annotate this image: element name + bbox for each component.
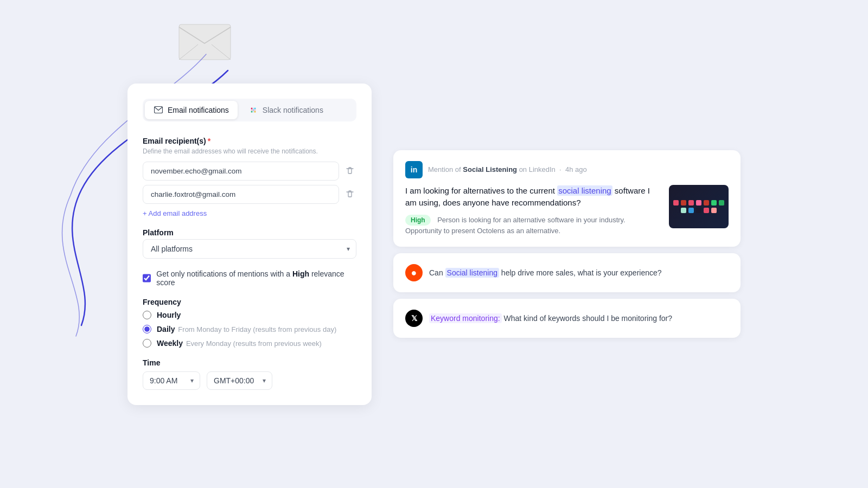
platform-label: Platform (143, 228, 356, 237)
time-row: 9:00 AM 10:00 AM 11:00 AM ▾ GMT+00:00 GM… (143, 371, 356, 390)
platform-select-wrapper: All platforms LinkedIn Reddit Twitter/X … (143, 239, 356, 259)
tab-email[interactable]: Email notifications (145, 101, 238, 119)
high-relevance-row: Get only notifications of mentions with … (143, 269, 356, 287)
feed-card-reddit: ● Can Social listening help drive more s… (393, 253, 741, 292)
svg-point-4 (251, 111, 252, 112)
main-layout: Email notifications Slack notifications (0, 0, 868, 488)
frequency-weekly-radio[interactable] (143, 339, 151, 348)
slack-tab-label: Slack notifications (263, 106, 323, 114)
feed-image-dots (669, 185, 729, 228)
add-email-button[interactable]: + Add email address (143, 209, 207, 217)
delete-email-2-button[interactable] (343, 188, 356, 201)
time-section: Time 9:00 AM 10:00 AM 11:00 AM ▾ GMT+00:… (143, 358, 356, 390)
feed-card-x: 𝕏 Keyword monitoring: What kind of keywo… (393, 299, 741, 338)
timezone-select[interactable]: GMT+00:00 GMT+01:00 GMT-05:00 (207, 371, 272, 390)
feed-card-linkedin-header: in Mention of Social Listening on Linked… (405, 161, 729, 178)
email-input-2[interactable] (143, 185, 339, 204)
email-row-2 (143, 185, 356, 204)
high-relevance-label: Get only notifications of mentions with … (156, 269, 356, 287)
svg-point-5 (254, 111, 256, 112)
linkedin-text-area: I am looking for alternatives to the cur… (405, 185, 660, 236)
notification-tabs: Email notifications Slack notifications (143, 99, 356, 121)
time-select[interactable]: 9:00 AM 10:00 AM 11:00 AM (143, 371, 200, 390)
platform-select[interactable]: All platforms LinkedIn Reddit Twitter/X (143, 239, 356, 259)
x-simple-feed: 𝕏 Keyword monitoring: What kind of keywo… (405, 310, 729, 327)
time-label: Time (143, 358, 356, 367)
delete-email-1-button[interactable] (343, 164, 356, 177)
linkedin-feed-body: I am looking for alternatives to the cur… (405, 185, 729, 236)
email-recipients-section: Email recipient(s)* Define the email add… (143, 137, 356, 228)
svg-point-2 (251, 107, 252, 109)
frequency-daily-radio[interactable] (143, 325, 151, 333)
email-row-1 (143, 162, 356, 181)
notifications-panel: Email notifications Slack notifications (127, 84, 372, 405)
frequency-label: Frequency (143, 298, 356, 306)
email-recipients-label: Email recipient(s)* (143, 137, 356, 145)
x-highlight: Keyword monitoring: (429, 313, 502, 323)
frequency-hourly-radio[interactable] (143, 311, 151, 319)
linkedin-meta: Mention of Social Listening on LinkedIn … (428, 165, 587, 174)
linkedin-summary: Person is looking for an alternative sof… (405, 216, 626, 235)
time-select-wrapper: 9:00 AM 10:00 AM 11:00 AM ▾ (143, 371, 200, 390)
social-feed-panel: in Mention of Social Listening on Linked… (393, 150, 741, 338)
feed-card-linkedin: in Mention of Social Listening on Linked… (393, 150, 741, 247)
frequency-daily-row: Daily From Monday to Friday (results fro… (143, 325, 356, 333)
frequency-hourly-row: Hourly (143, 311, 356, 319)
svg-point-3 (254, 107, 256, 109)
frequency-radio-group: Hourly Daily From Monday to Friday (resu… (143, 311, 356, 348)
email-tab-label: Email notifications (168, 106, 229, 114)
x-feed-text: Keyword monitoring: What kind of keyword… (429, 314, 672, 323)
linkedin-highlight: social listening (557, 185, 612, 196)
email-recipients-desc: Define the email addresses who will rece… (143, 147, 356, 155)
frequency-weekly-row: Weekly Every Monday (results from previo… (143, 339, 356, 348)
timezone-select-wrapper: GMT+00:00 GMT+01:00 GMT-05:00 ▾ (207, 371, 272, 390)
high-relevance-checkbox[interactable] (143, 274, 151, 282)
svg-rect-7 (253, 107, 254, 112)
reddit-simple-feed: ● Can Social listening help drive more s… (405, 264, 729, 281)
frequency-hourly-label: Hourly (157, 311, 181, 319)
frequency-section: Frequency Hourly Daily From Monday to Fr… (143, 298, 356, 348)
linkedin-feed-title: I am looking for alternatives to the cur… (405, 185, 660, 209)
frequency-daily-label: Daily From Monday to Friday (results fro… (157, 325, 336, 333)
high-badge: High (405, 215, 431, 226)
platform-section: Platform All platforms LinkedIn Reddit T… (143, 228, 356, 259)
reddit-highlight: Social listening (445, 268, 499, 278)
linkedin-logo-icon: in (405, 161, 423, 178)
linkedin-badge-summary: High Person is looking for an alternativ… (405, 215, 660, 236)
slack-tab-icon (248, 105, 258, 115)
x-logo-icon: 𝕏 (405, 310, 423, 327)
email-tab-icon (154, 105, 163, 115)
email-input-1[interactable] (143, 162, 339, 181)
reddit-feed-text: Can Social listening help drive more sal… (429, 268, 662, 277)
linkedin-feed-image (669, 185, 729, 228)
reddit-logo-icon: ● (405, 264, 423, 281)
high-label-inline: High (292, 269, 311, 278)
frequency-weekly-label: Weekly Every Monday (results from previo… (157, 339, 322, 348)
tab-slack[interactable]: Slack notifications (240, 101, 332, 119)
